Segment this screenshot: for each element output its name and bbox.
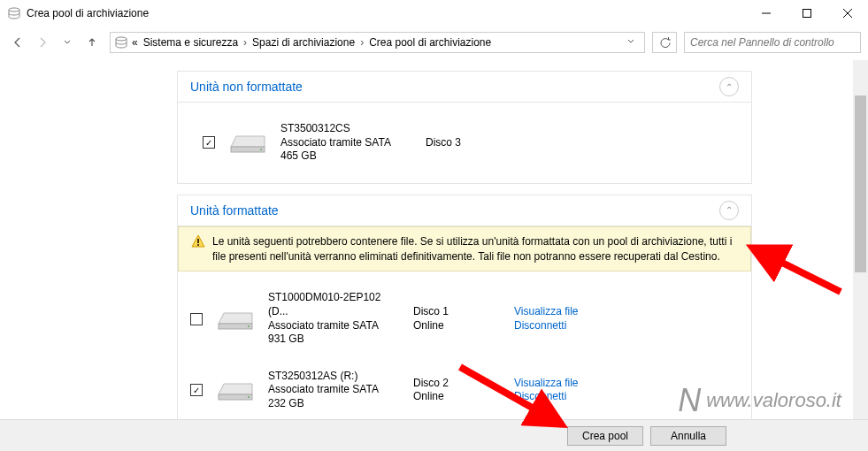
svg-point-11: [248, 325, 250, 327]
hdd-icon: [215, 306, 256, 333]
recent-dropdown[interactable]: [57, 32, 78, 53]
drive-connection: Associato tramite SATA: [268, 319, 401, 333]
search-box[interactable]: [684, 32, 861, 53]
drive-size: 465 GB: [280, 149, 413, 164]
close-button[interactable]: [827, 0, 868, 27]
section-body-formatted: Le unità seguenti potrebbero contenere f…: [177, 226, 752, 419]
view-files-link[interactable]: Visualizza file: [514, 377, 578, 391]
drive-info: ST1000DM010-2EP102 (D... Associato trami…: [268, 291, 401, 346]
drive-stack-icon: [7, 6, 21, 20]
drive-disk: Disco 3: [426, 136, 514, 150]
drive-links: Visualizza file Disconnetti: [514, 377, 578, 404]
hdd-icon: [227, 129, 268, 156]
drive-row: ✓ ST3500312CS Associato tramite SATA 465…: [190, 118, 739, 167]
history-dropdown[interactable]: [621, 36, 641, 49]
drive-checkbox[interactable]: [190, 313, 203, 325]
content-area: Unità non formattate ⌃ ✓ ST3500312CS Ass…: [0, 60, 868, 419]
svg-point-7: [260, 149, 262, 150]
titlebar: Crea pool di archiviazione: [0, 0, 868, 27]
drive-links: Visualizza file Disconnetti: [514, 305, 578, 333]
drive-checkbox[interactable]: ✓: [190, 384, 203, 396]
svg-point-0: [9, 8, 19, 11]
window-title: Crea pool di archiviazione: [27, 7, 746, 19]
section-body-unformatted: ✓ ST3500312CS Associato tramite SATA 465…: [177, 103, 752, 184]
drive-info: ST3500312CS Associato tramite SATA 465 G…: [280, 122, 413, 164]
disconnect-link[interactable]: Disconnetti: [514, 319, 578, 333]
breadcrumb-item[interactable]: Sistema e sicurezza: [142, 36, 240, 49]
scrollbar[interactable]: [853, 60, 868, 419]
svg-rect-10: [219, 324, 252, 329]
address-bar[interactable]: « Sistema e sicurezza › Spazi di archivi…: [110, 32, 645, 53]
search-input[interactable]: [690, 36, 855, 49]
svg-rect-12: [219, 394, 252, 400]
drive-model: ST1000DM010-2EP102 (D...: [268, 291, 401, 318]
svg-rect-2: [803, 10, 811, 18]
back-button[interactable]: [7, 32, 28, 53]
chevron-right-icon: ›: [358, 36, 365, 49]
drive-disk: Disco 2: [413, 377, 502, 391]
create-pool-button[interactable]: Crea pool: [567, 426, 643, 446]
svg-point-13: [248, 396, 250, 398]
section-title: Unità non formattate: [190, 80, 719, 94]
breadcrumb-prefix: «: [130, 36, 140, 49]
drive-model: ST3500312CS: [280, 122, 413, 136]
svg-rect-6: [231, 147, 265, 152]
drive-disk: Disco 1: [413, 305, 502, 319]
drive-connection: Associato tramite SATA: [280, 136, 413, 150]
drive-connection: Associato tramite SATA: [268, 383, 401, 397]
view-files-link[interactable]: Visualizza file: [514, 305, 578, 319]
drive-online: Online: [413, 319, 502, 333]
drive-status: Disco 3: [426, 136, 514, 150]
drive-info: ST3250312AS (R:) Associato tramite SATA …: [268, 370, 401, 411]
collapse-icon[interactable]: ⌃: [719, 201, 739, 220]
disconnect-link[interactable]: Disconnetti: [514, 390, 578, 404]
drive-status: Disco 1 Online: [413, 305, 502, 333]
drive-size: 931 GB: [268, 333, 401, 347]
chevron-right-icon: ›: [242, 36, 249, 49]
section-header-formatted[interactable]: Unità formattate ⌃: [177, 195, 752, 226]
section-title: Unità formattate: [190, 203, 719, 218]
breadcrumb-item[interactable]: Spazi di archiviazione: [250, 36, 357, 49]
hdd-icon: [215, 377, 256, 403]
svg-point-5: [116, 37, 127, 41]
cancel-button[interactable]: Annulla: [650, 426, 726, 446]
warning-icon: [191, 234, 205, 248]
warning-text: Le unità seguenti potrebbero contenere f…: [212, 234, 738, 264]
drive-size: 232 GB: [268, 397, 401, 411]
up-button[interactable]: [81, 32, 103, 53]
navbar: « Sistema e sicurezza › Spazi di archivi…: [0, 27, 868, 58]
forward-button[interactable]: [32, 32, 53, 53]
maximize-button[interactable]: [787, 0, 827, 27]
drive-row: ST1000DM010-2EP102 (D... Associato trami…: [178, 287, 751, 349]
refresh-button[interactable]: [652, 32, 677, 53]
scrollbar-thumb[interactable]: [855, 96, 866, 272]
collapse-icon[interactable]: ⌃: [719, 77, 739, 96]
warning-banner: Le unità seguenti potrebbero contenere f…: [178, 226, 751, 272]
section-header-unformatted[interactable]: Unità non formattate ⌃: [177, 71, 752, 103]
footer: Crea pool Annulla: [0, 419, 868, 451]
drive-checkbox[interactable]: ✓: [203, 136, 215, 149]
drive-model: ST3250312AS (R:): [268, 370, 401, 384]
minimize-button[interactable]: [746, 0, 787, 27]
breadcrumb-item[interactable]: Crea pool di archiviazione: [367, 36, 493, 49]
svg-point-9: [197, 244, 199, 246]
drive-status: Disco 2 Online: [413, 377, 502, 404]
drive-online: Online: [413, 390, 502, 404]
drive-row: ✓ ST3250312AS (R:) Associato tramite SAT…: [178, 366, 751, 415]
drive-stack-icon: [114, 35, 128, 50]
